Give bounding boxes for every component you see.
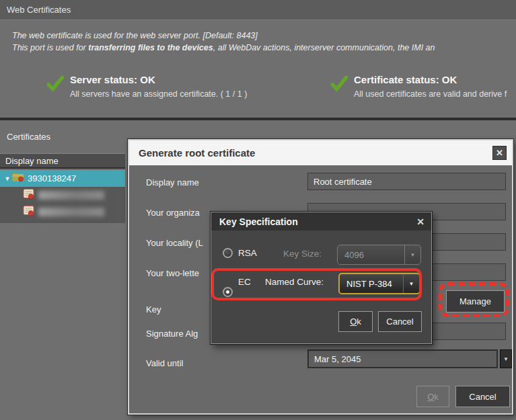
server-status-title: Server status: OK: [70, 74, 155, 85]
named-curve-dropdown[interactable]: NIST P-384 ▼: [338, 273, 420, 294]
certificate-icon: [23, 188, 34, 202]
folder-icon: [12, 172, 24, 185]
chevron-down-icon: ▼: [403, 274, 419, 293]
key-specification-dialog: Key Specification ✕ RSA Key Size: 4096 ▼…: [211, 212, 432, 344]
ok-button[interactable]: Ok: [416, 386, 449, 407]
ec-radio[interactable]: [223, 287, 233, 297]
key-size-dropdown[interactable]: 4096 ▼: [337, 245, 421, 265]
locality-label: Your locality (L: [146, 238, 203, 248]
valid-until-dropdown-button[interactable]: ▼: [500, 349, 512, 368]
organization-label: Your organiza: [146, 208, 200, 218]
dialog-title: Generate root certificate: [139, 147, 255, 159]
tree-root-label: 3930138247: [28, 173, 76, 183]
section-divider: [0, 118, 516, 120]
expander-icon[interactable]: ▼: [3, 175, 12, 182]
info-line-1: The web certificate is used for the web …: [12, 31, 258, 40]
display-name-input[interactable]: Root certificate: [307, 173, 506, 190]
info-line-2: This port is used for transferring files…: [12, 43, 435, 52]
ec-label: EC: [238, 277, 251, 287]
manage-button[interactable]: Manage: [446, 290, 505, 312]
display-name-label: Display name: [146, 177, 199, 187]
web-certificates-screen: Web Certificates The web certificate is …: [0, 0, 516, 420]
certificate-status-subtitle: All used certificates are valid and deri…: [354, 89, 507, 99]
valid-until-label: Valid until: [146, 358, 183, 368]
redacted-certificate-name: [38, 208, 104, 216]
rsa-radio[interactable]: [223, 248, 233, 258]
dialog-titlebar: Generate root certificate ✕: [129, 140, 512, 165]
column-header-display-name[interactable]: Display name: [0, 153, 125, 169]
key-spec-ok-button[interactable]: Ok: [338, 311, 373, 332]
chevron-down-icon: ▼: [503, 356, 509, 362]
key-spec-title: Key Specification: [219, 216, 298, 227]
certificates-panel-title: Certificates: [7, 132, 50, 142]
certificates-tree: ▼ 3930138247: [0, 170, 125, 223]
key-size-label: Key Size:: [283, 249, 322, 259]
page-header: Web Certificates: [0, 0, 516, 20]
server-status-check-icon: [44, 74, 66, 93]
tree-row-certificate-2[interactable]: [0, 204, 125, 220]
key-label: Key: [146, 304, 161, 314]
country-label: Your two-lette: [146, 268, 199, 278]
key-spec-cancel-button[interactable]: Cancel: [378, 311, 422, 332]
chevron-down-icon: ▼: [404, 245, 420, 264]
valid-until-input[interactable]: Mar 5, 2045: [307, 349, 498, 368]
close-icon[interactable]: ✕: [492, 146, 507, 160]
server-status-subtitle: All servers have an assigned certificate…: [70, 89, 247, 99]
tree-row-certificate-1[interactable]: [0, 187, 125, 204]
certificate-status-title: Certificate status: OK: [354, 74, 457, 85]
close-icon[interactable]: ✕: [416, 216, 425, 227]
tree-row-root-folder[interactable]: ▼ 3930138247: [0, 170, 125, 187]
rsa-label: RSA: [238, 248, 257, 258]
named-curve-label: Named Curve:: [265, 277, 324, 287]
signature-label: Signature Alg: [146, 329, 198, 339]
redacted-certificate-name: [38, 191, 104, 200]
certificate-status-check-icon: [328, 74, 350, 93]
page-title: Web Certificates: [7, 5, 71, 15]
cancel-button[interactable]: Cancel: [455, 386, 510, 407]
key-spec-titlebar: Key Specification ✕: [211, 212, 431, 230]
certificate-icon: [23, 205, 34, 219]
